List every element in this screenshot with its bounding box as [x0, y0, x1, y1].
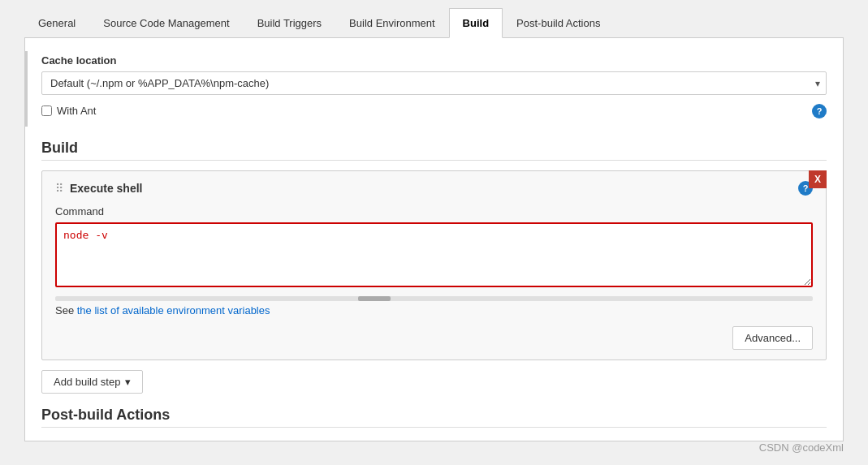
- execute-shell-card: X ⠿ Execute shell ? Command See the list…: [41, 170, 827, 360]
- command-textarea-wrapper: [55, 222, 813, 290]
- tab-build[interactable]: Build: [449, 8, 503, 38]
- tab-post-build-actions[interactable]: Post-build Actions: [503, 8, 614, 37]
- tab-source-code-management[interactable]: Source Code Management: [89, 8, 243, 37]
- cache-location-select[interactable]: Default (~/.npm or %APP_DATA%\npm-cache): [41, 71, 827, 95]
- tab-build-triggers[interactable]: Build Triggers: [244, 8, 335, 37]
- build-section-title: Build: [41, 140, 827, 161]
- close-execute-shell-button[interactable]: X: [809, 170, 827, 188]
- with-ant-row: With Ant ?: [41, 105, 827, 117]
- watermark: CSDN @codeXml: [759, 441, 844, 454]
- scrollbar-indicator: [55, 296, 813, 301]
- post-build-section-title: Post-build Actions: [41, 407, 827, 428]
- execute-shell-header: ⠿ Execute shell ?: [55, 181, 813, 196]
- with-ant-checkbox[interactable]: [41, 105, 52, 116]
- main-content: Cache location Default (~/.npm or %APP_D…: [24, 38, 844, 441]
- scrollbar-thumb: [358, 296, 391, 301]
- cache-location-select-wrapper: Default (~/.npm or %APP_DATA%\npm-cache)…: [41, 71, 827, 95]
- command-label: Command: [55, 205, 813, 217]
- add-build-step-label: Add build step: [54, 376, 120, 388]
- advanced-button[interactable]: Advanced...: [732, 326, 813, 350]
- cache-location-label: Cache location: [41, 54, 827, 67]
- add-build-step-arrow-icon: ▾: [125, 376, 131, 388]
- tab-build-environment[interactable]: Build Environment: [335, 8, 449, 37]
- env-vars-prefix-text: See: [55, 304, 77, 316]
- tabs-bar: General Source Code Management Build Tri…: [24, 8, 844, 38]
- command-textarea[interactable]: [55, 222, 813, 287]
- with-ant-label: With Ant: [57, 105, 96, 117]
- env-vars-link-row: See the list of available environment va…: [55, 304, 813, 316]
- tab-general[interactable]: General: [24, 8, 89, 37]
- env-vars-link[interactable]: the list of available environment variab…: [77, 304, 270, 316]
- with-ant-help-icon[interactable]: ?: [812, 104, 827, 118]
- add-build-step-button[interactable]: Add build step ▾: [41, 370, 143, 394]
- execute-shell-title: Execute shell: [70, 182, 792, 195]
- drag-handle-icon[interactable]: ⠿: [55, 182, 63, 195]
